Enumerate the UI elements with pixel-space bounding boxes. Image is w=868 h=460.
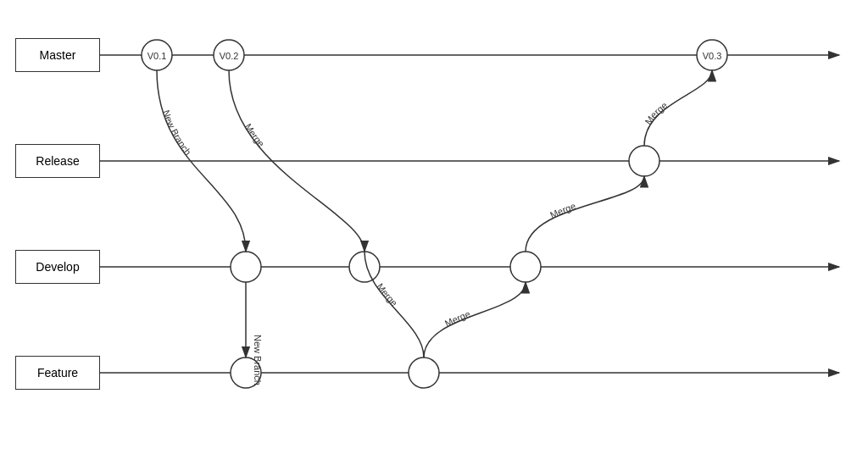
node-develop-3 xyxy=(510,252,541,282)
arrow-merge-develop-to-release xyxy=(526,176,644,252)
text-new-branch-2: New Branch xyxy=(253,335,263,385)
text-new-branch-1: New Branch xyxy=(161,108,193,157)
text-merge-release-to-master: Merge xyxy=(643,100,669,126)
text-merge-develop-to-release: Merge xyxy=(548,201,577,220)
text-merge-feature-to-develop: Merge xyxy=(443,308,472,329)
arrow-merge-feature-to-develop xyxy=(424,282,526,357)
diagram-container: Master Release Develop Feature V0.1 V0.2… xyxy=(0,0,868,460)
git-flow-diagram: V0.1 V0.2 V0.3 New Branch Merge xyxy=(0,0,868,460)
node-develop-1 xyxy=(231,252,261,282)
node-feature-2 xyxy=(409,357,439,388)
label-v01: V0.1 xyxy=(147,51,167,61)
label-v02: V0.2 xyxy=(220,51,239,61)
text-merge-develop2-feature2: Merge xyxy=(375,281,399,308)
text-merge-release: Merge xyxy=(243,122,267,149)
label-v03: V0.3 xyxy=(703,51,722,61)
node-release-merge xyxy=(629,146,659,176)
